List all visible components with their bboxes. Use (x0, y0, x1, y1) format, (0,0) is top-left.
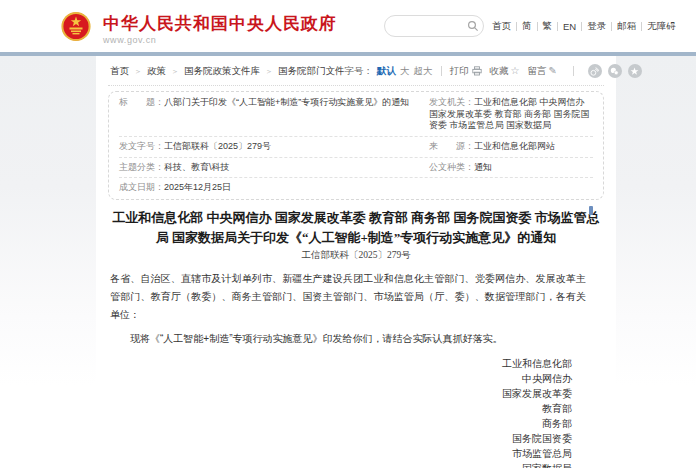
meta-label-title: 标 题： (119, 97, 164, 107)
breadcrumb-dept-docs[interactable]: 国务院部门文件 (278, 65, 345, 78)
header-divider (0, 52, 696, 56)
breadcrumb: 首页 ＞ 政策 ＞ 国务院政策文件库 ＞ 国务院部门文件 (110, 65, 345, 78)
meta-label-issuer: 发文机关： (429, 97, 474, 107)
national-emblem-icon (58, 9, 94, 49)
page: 中华人民共和国中央人民政府 www.gov.cn 首页 简 繁 EN 登录 (0, 0, 696, 468)
site-logo-link[interactable]: 中华人民共和国中央人民政府 www.gov.cn (58, 9, 337, 49)
breadcrumb-toolbar-row: 首页 ＞ 政策 ＞ 国务院政策文件库 ＞ 国务院部门文件 字号： 默认 大 超大… (108, 56, 604, 86)
meta-value-title: 八部门关于印发《“人工智能+制造”专项行动实施意见》的通知 (164, 97, 409, 107)
meta-value-doc-type: 通知 (474, 162, 492, 172)
weibo-share-icon[interactable] (588, 64, 602, 78)
favorite-button[interactable]: 收藏 ☆ (490, 65, 520, 78)
meta-label-doc-number: 发文字号： (119, 141, 164, 151)
breadcrumb-sep: ＞ (171, 66, 179, 77)
nav-accessibility[interactable]: 无障碍 (647, 20, 676, 33)
meta-value-category: 科技、教育\科技 (164, 162, 230, 172)
document-number: 工信部联科〔2025〕279号 (96, 249, 616, 262)
nav-traditional[interactable]: 繁 (543, 20, 553, 33)
top-nav: 首页 简 繁 EN 登录 邮箱 无障碍 (492, 20, 676, 33)
meta-label-category: 主题分类： (119, 162, 164, 172)
meta-value-doc-number: 工信部联科〔2025〕279号 (164, 141, 271, 151)
paragraph: 现将《“人工智能+制造”专项行动实施意见》印发给你们，请结合实际认真抓好落实。 (110, 330, 586, 348)
printer-icon (472, 66, 482, 76)
font-size-xlarge[interactable]: 超大 (414, 65, 433, 78)
site-url: www.gov.cn (103, 35, 337, 45)
nav-home[interactable]: 首页 (492, 20, 511, 33)
side-widget-marker[interactable] (589, 206, 593, 215)
signature: 国家数据局 (110, 461, 572, 468)
breadcrumb-sep: ＞ (134, 66, 142, 77)
breadcrumb-sep: ＞ (265, 66, 273, 77)
more-share-icon[interactable] (628, 64, 642, 78)
breadcrumb-policy[interactable]: 政策 (147, 65, 166, 78)
signature: 国家发展改革委 (110, 386, 572, 401)
signature-block: 工业和信息化部 中央网信办 国家发展改革委 教育部 商务部 国务院国资委 市场监… (110, 356, 586, 468)
meta-row-number: 发文字号：工信部联科〔2025〕279号 来 源：工业和信息化部网站 (119, 136, 593, 157)
search-input[interactable] (385, 21, 463, 31)
document-body: 各省、自治区、直辖市及计划单列市、新疆生产建设兵团工业和信息化主管部门、党委网信… (96, 270, 616, 468)
nav-simplified[interactable]: 简 (522, 20, 532, 33)
meta-row-date: 成文日期：2025年12月25日 (119, 177, 593, 198)
breadcrumb-policy-library[interactable]: 国务院政策文件库 (184, 65, 260, 78)
meta-label-doc-type: 公文种类： (429, 162, 474, 172)
pencil-icon: ✎ (548, 66, 556, 76)
meta-value-date: 2025年12月25日 (164, 182, 231, 192)
search-icon[interactable] (463, 16, 483, 36)
font-size-label: 字号： (345, 65, 374, 78)
print-button[interactable]: 打印 (450, 65, 482, 78)
search-box (384, 15, 484, 37)
nav-english[interactable]: EN (563, 21, 576, 32)
paragraph: 各省、自治区、直辖市及计划单列市、新疆生产建设兵团工业和信息化主管部门、党委网信… (110, 270, 586, 324)
document-title: 工业和信息化部 中央网信办 国家发展改革委 教育部 商务部 国务院国资委 市场监… (112, 208, 600, 248)
comment-button[interactable]: 留言 ✎ (527, 65, 556, 78)
signature: 教育部 (110, 401, 572, 416)
font-size-default[interactable]: 默认 (377, 65, 396, 78)
signature: 国务院国资委 (110, 431, 572, 446)
wechat-share-icon[interactable] (608, 64, 622, 78)
meta-value-source: 工业和信息化部网站 (474, 141, 555, 151)
meta-row-title: 标 题：八部门关于印发《“人工智能+制造”专项行动实施意见》的通知 发文机关：工… (119, 93, 593, 136)
signature: 商务部 (110, 416, 572, 431)
star-icon: ☆ (511, 66, 520, 76)
breadcrumb-home[interactable]: 首页 (110, 65, 129, 78)
site-title: 中华人民共和国中央人民政府 (103, 14, 337, 33)
font-size-large[interactable]: 大 (400, 65, 410, 78)
site-header: 中华人民共和国中央人民政府 www.gov.cn 首页 简 繁 EN 登录 (0, 0, 696, 52)
share-buttons (582, 64, 642, 78)
signature: 市场监管总局 (110, 446, 572, 461)
page-tools: 字号： 默认 大 超大 打印 收藏 ☆ 留 (345, 64, 642, 78)
meta-label-date: 成文日期： (119, 182, 164, 192)
content-card: 首页 ＞ 政策 ＞ 国务院政策文件库 ＞ 国务院部门文件 字号： 默认 大 超大… (96, 56, 616, 468)
signature: 工业和信息化部 (110, 356, 572, 371)
document-meta-table: 标 题：八部门关于印发《“人工智能+制造”专项行动实施意见》的通知 发文机关：工… (108, 91, 604, 200)
meta-label-source: 来 源： (429, 141, 474, 151)
signature: 中央网信办 (110, 371, 572, 386)
meta-row-category: 主题分类：科技、教育\科技 公文种类：通知 (119, 157, 593, 178)
nav-mail[interactable]: 邮箱 (617, 20, 636, 33)
nav-login[interactable]: 登录 (587, 20, 606, 33)
